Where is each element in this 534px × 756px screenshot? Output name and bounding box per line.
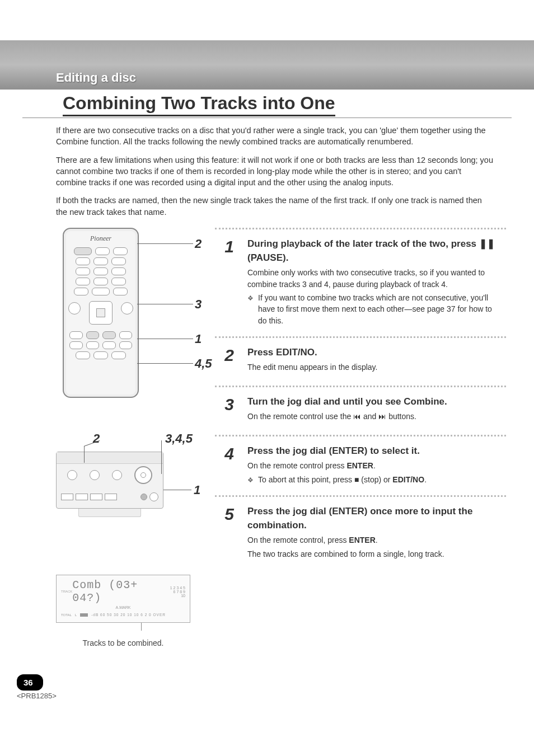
remote-btn [76, 267, 90, 275]
step-item: 3 Turn the jog dial and until you see Co… [215, 387, 506, 436]
step-item: 5 Press the jog dial (ENTER) once more t… [215, 497, 506, 572]
lcd-scale: -dB 60 50 30 20 10 10 6 2 0 OVER [91, 613, 166, 617]
deck-callout-2: 2 [93, 431, 100, 446]
remote-btn [74, 288, 88, 295]
callout-line [137, 243, 193, 244]
deck-outline [56, 452, 163, 509]
remote-dpad [89, 301, 113, 325]
steps-list: 1 During playback of the later track of … [215, 228, 506, 647]
remote-btn [69, 331, 83, 339]
bullet-icon [247, 474, 254, 485]
remote-outline: Pioneer [63, 228, 139, 398]
page-number: 36 [17, 674, 43, 691]
remote-btn [76, 351, 90, 359]
step-bullet: If you want to combine two tracks which … [258, 292, 503, 326]
remote-btn [111, 267, 126, 275]
remote-circle [121, 302, 133, 314]
callout-2: 2 [195, 237, 202, 251]
lcd-meter-left: TOTAL [61, 613, 72, 617]
bullet-icon [247, 292, 254, 326]
deck-circle [112, 470, 122, 480]
lcd-grid1: 1 2 3 4 5 [169, 586, 185, 590]
header-band: Editing a disc [0, 40, 534, 90]
callout-line [163, 490, 191, 490]
step-body: On the remote control press ENTER. [247, 460, 503, 471]
intro-p2: There are a few limitations when using t… [56, 154, 494, 189]
step-item: 1 During playback of the later track of … [215, 229, 506, 338]
remote-circle [68, 302, 81, 314]
remote-btn [111, 351, 126, 359]
step-head: During playback of the later track of th… [247, 237, 503, 265]
callout-line [137, 363, 193, 364]
intro-block: If there are two consecutive tracks on a… [56, 125, 494, 218]
remote-btn [113, 247, 128, 255]
remote-btn [93, 257, 108, 265]
page-footer: 36 <PRB1285> [17, 674, 57, 700]
deck-tray [78, 509, 141, 517]
deck-jog [134, 466, 152, 484]
step-head: Press the jog dial (ENTER) once more to … [247, 505, 503, 532]
lcd-amark: A.MARK [61, 605, 185, 609]
step-num: 1 [218, 237, 234, 326]
step-head: Press the jog dial (ENTER) to select it. [247, 444, 503, 458]
remote-btn [86, 341, 100, 349]
lcd-figure: TRACK Comb (03+ 04?) 1 2 3 4 5 6 7 8 9 1… [56, 575, 190, 647]
section-tab: Editing a disc [0, 66, 136, 90]
step-num: 3 [218, 395, 234, 425]
callout-3: 3 [195, 297, 202, 312]
deck-btn [90, 494, 102, 500]
remote-btn [92, 288, 110, 295]
deck-btn [61, 494, 73, 500]
deck-btn [76, 494, 88, 500]
deck-btn [105, 494, 117, 500]
doc-ref: <PRB1285> [17, 692, 57, 700]
deck-callout-1: 1 [194, 483, 200, 497]
remote-btn [113, 288, 128, 295]
step-body: On the remote control, press ENTER. [247, 534, 503, 546]
callout-45: 4,5 [195, 356, 212, 371]
remote-btn [76, 257, 90, 265]
step-body: On the remote control use the ⏮ and ⏭ bu… [247, 411, 503, 422]
remote-btn [95, 247, 110, 255]
deck-figure: 2 3,4,5 1 [56, 429, 202, 541]
step-num: 4 [218, 444, 234, 485]
callout-line [84, 446, 85, 463]
step-num: 5 [218, 505, 234, 562]
remote-btn [119, 331, 133, 339]
step-bullet: To abort at this point, press ■ (stop) o… [258, 474, 427, 485]
callout-1: 1 [195, 332, 202, 346]
lcd-text: Comb (03+ 04?) [72, 579, 168, 604]
step-body: Combine only works with two consecutive … [247, 267, 503, 290]
step-head: Press EDIT/NO. [247, 346, 503, 360]
callout-line [161, 440, 162, 474]
deck-callout-345: 3,4,5 [165, 431, 193, 446]
intro-p3: If both the tracks are named, then the n… [56, 195, 494, 218]
remote-btn [102, 341, 116, 349]
step-item: 2 Press EDIT/NO. The edit menu appears i… [215, 338, 506, 387]
step-num: 2 [218, 346, 234, 375]
deck-circle [90, 470, 100, 480]
page-title: Combining Two Tracks into One [63, 90, 335, 116]
remote-figure: Pioneer [56, 228, 202, 407]
remote-btn [93, 267, 108, 275]
step-body: The edit menu appears in the display. [247, 361, 503, 373]
remote-btn [69, 341, 83, 349]
callout-line [137, 304, 193, 304]
remote-btn [93, 278, 108, 285]
remote-btn [86, 331, 100, 339]
lcd-caption: Tracks to be combined. [56, 638, 190, 647]
remote-enter [96, 308, 105, 317]
lcd-pointer [141, 623, 142, 631]
deck-knob [149, 492, 158, 501]
remote-brand: Pioneer [64, 234, 138, 243]
remote-btn [102, 331, 116, 339]
remote-btn [119, 341, 133, 349]
lcd-panel: TRACK Comb (03+ 04?) 1 2 3 4 5 6 7 8 9 1… [56, 575, 190, 623]
remote-btn [111, 257, 126, 265]
lcd-grid2: 6 7 8 9 10 [169, 590, 185, 598]
callout-line [137, 339, 193, 339]
remote-btn [76, 278, 90, 285]
remote-btn [74, 247, 92, 255]
step-body2: The two tracks are combined to form a si… [247, 548, 503, 560]
step-item: 4 Press the jog dial (ENTER) to select i… [215, 436, 506, 497]
